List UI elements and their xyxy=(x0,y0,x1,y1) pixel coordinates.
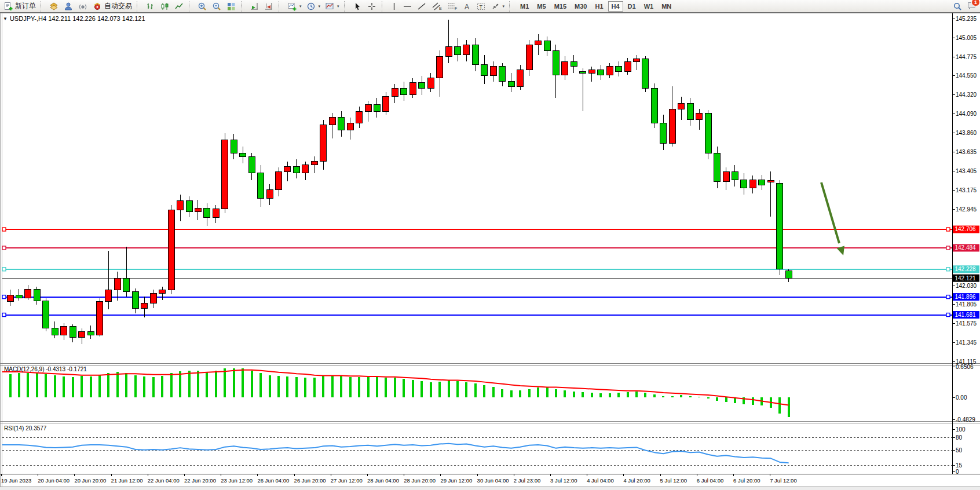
main-chart-plot[interactable] xyxy=(2,14,952,363)
timeframe-button-m30[interactable]: M30 xyxy=(571,1,590,12)
search-icon[interactable] xyxy=(953,2,962,11)
timeframe-button-m5[interactable]: M5 xyxy=(533,1,549,12)
chart-canvas[interactable]: 145.235145.005144.775144.550144.320144.0… xyxy=(0,0,980,490)
candle-body xyxy=(43,301,49,328)
timeframe-button-w1[interactable]: W1 xyxy=(641,1,657,12)
line-handle[interactable] xyxy=(2,246,6,250)
line-handle[interactable] xyxy=(2,268,6,271)
price-tick-label: 142.945 xyxy=(956,206,977,213)
candle-body xyxy=(759,180,765,185)
text-tool-button[interactable]: A xyxy=(460,1,474,12)
macd-histogram-bar xyxy=(376,377,378,397)
trendline-tool-button[interactable] xyxy=(415,1,429,12)
candlestick-mode-button[interactable] xyxy=(158,1,172,12)
zoom-out-icon xyxy=(212,2,222,11)
tile-windows-button[interactable] xyxy=(224,1,239,12)
candle-body xyxy=(606,67,613,75)
bar-chart-mode-button[interactable] xyxy=(143,1,158,12)
line-handle[interactable] xyxy=(946,295,950,299)
cursor-tool-button[interactable] xyxy=(350,1,365,12)
macd-histogram-bar xyxy=(465,382,467,397)
timeframe-button-h4[interactable]: H4 xyxy=(608,1,623,12)
horizontal-line-tool-button[interactable] xyxy=(400,1,415,12)
macd-histogram-bar xyxy=(430,382,432,397)
macd-histogram-bar xyxy=(591,393,593,397)
macd-histogram-bar xyxy=(609,393,611,397)
timeframe-button-m15[interactable]: M15 xyxy=(551,1,570,12)
new-order-button[interactable]: 新订单 xyxy=(1,1,38,12)
crosshair-tool-button[interactable] xyxy=(365,1,379,12)
candle-body xyxy=(52,328,58,335)
notifications-button[interactable]: 1 xyxy=(967,1,977,12)
chart-collapse-icon[interactable]: ▼ xyxy=(3,16,8,21)
signals-icon xyxy=(78,2,88,11)
zoom-out-button[interactable] xyxy=(210,1,224,12)
line-handle[interactable] xyxy=(946,268,950,271)
macd-histogram-bar xyxy=(778,397,781,414)
candle-body xyxy=(168,210,174,290)
candle-body xyxy=(276,171,282,190)
fibonacci-tool-button[interactable]: F xyxy=(445,1,460,12)
candle-body xyxy=(714,153,721,181)
candle-body xyxy=(105,290,112,301)
rsi-plot[interactable] xyxy=(2,423,952,474)
arrows-tool-button[interactable]: ▾ xyxy=(488,1,507,12)
vertical-line-tool-button[interactable] xyxy=(388,1,400,12)
candle-body xyxy=(302,165,309,173)
macd-histogram-bar xyxy=(9,374,12,397)
zoom-in-button[interactable] xyxy=(195,1,210,12)
candle-body xyxy=(79,331,85,337)
auto-scroll-button[interactable] xyxy=(247,1,262,12)
candle-body xyxy=(535,41,542,45)
candle-body xyxy=(490,67,496,76)
macd-histogram-bar xyxy=(286,376,288,397)
time-tick-label: 4 Jul 04:00 xyxy=(587,477,613,484)
macd-histogram-bar xyxy=(492,387,495,397)
time-axis[interactable]: 19 Jun 202320 Jun 04:0020 Jun 20:0021 Ju… xyxy=(1,474,797,484)
price-axis[interactable]: 145.235145.005144.775144.550144.320144.0… xyxy=(953,16,980,475)
line-handle[interactable] xyxy=(2,313,6,317)
periods-button[interactable]: ▾ xyxy=(304,1,323,12)
metaeditor-button[interactable] xyxy=(61,1,76,12)
line-chart-mode-button[interactable] xyxy=(172,1,187,12)
candle-body xyxy=(284,166,291,171)
svg-text:T: T xyxy=(479,3,482,9)
timeframe-button-d1[interactable]: D1 xyxy=(624,1,639,12)
line-handle[interactable] xyxy=(2,228,6,231)
candle-body xyxy=(392,88,398,96)
timeframe-button-mn[interactable]: MN xyxy=(658,1,675,12)
macd-histogram-bar xyxy=(63,376,65,397)
indicators-dropdown-arrow: ▾ xyxy=(299,4,302,9)
macd-histogram-bar xyxy=(644,393,646,397)
depth-of-market-button[interactable] xyxy=(47,1,61,12)
candle-body xyxy=(777,183,783,269)
line-handle[interactable] xyxy=(2,295,6,299)
time-tick-label: 26 Jun 04:00 xyxy=(257,477,289,484)
rsi-tick-label: 80 xyxy=(956,434,963,441)
candle-body xyxy=(696,113,703,120)
line-handle[interactable] xyxy=(946,246,950,250)
chart-shift-button[interactable] xyxy=(262,1,276,12)
macd-histogram-bar xyxy=(269,375,271,397)
equidistant-channel-tool-button[interactable]: E xyxy=(429,1,445,12)
macd-histogram-bar xyxy=(510,390,513,397)
auto-trading-button[interactable]: 自动交易 xyxy=(90,1,134,12)
line-handle[interactable] xyxy=(946,228,950,231)
candle-body xyxy=(338,118,345,130)
signals-button[interactable] xyxy=(76,1,90,12)
templates-button[interactable]: ▾ xyxy=(323,1,342,12)
timeframe-bar: M1M5M15M30H1H4D1W1MN xyxy=(517,1,675,12)
candle-body xyxy=(70,327,76,338)
macd-histogram-bar xyxy=(627,392,629,397)
timeframe-button-h1[interactable]: H1 xyxy=(591,1,606,12)
crosshair-icon xyxy=(367,2,377,11)
text-label-tool-button[interactable]: T xyxy=(474,1,488,12)
trendline-icon xyxy=(417,2,427,11)
price-tick-label: 141.575 xyxy=(956,320,977,327)
time-tick-label: 28 Jun 20:00 xyxy=(404,477,436,484)
macd-histogram-bar xyxy=(18,373,20,397)
candle-body xyxy=(114,278,120,290)
timeframe-button-m1[interactable]: M1 xyxy=(517,1,532,12)
line-handle[interactable] xyxy=(946,313,950,317)
indicators-button[interactable]: ▾ xyxy=(285,1,304,12)
